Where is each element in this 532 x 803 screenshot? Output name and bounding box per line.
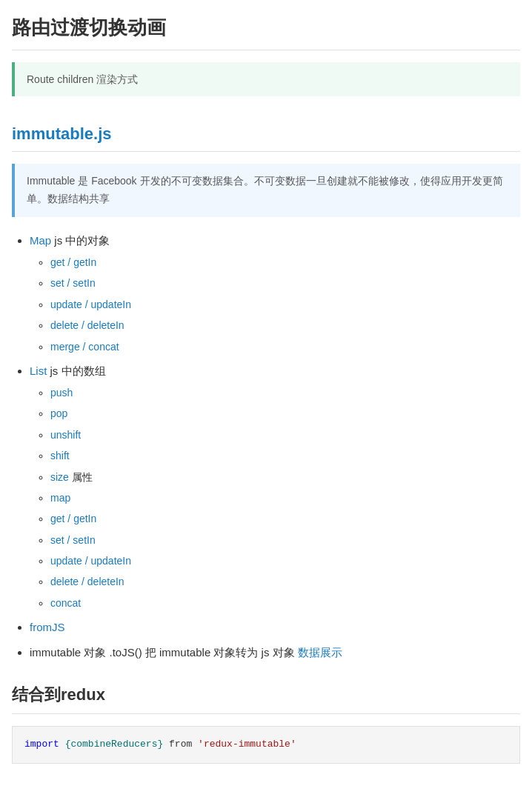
list-item-map-method: map: [50, 490, 520, 506]
list-item-tojs: immutable 对象 .toJS() 把 immutable 对象转为 js…: [30, 644, 520, 662]
link-concat[interactable]: concat: [50, 597, 81, 609]
link-fromjs[interactable]: fromJS: [30, 621, 65, 633]
page-title: 路由过渡切换动画: [12, 0, 520, 50]
tojs-label: immutable 对象 .toJS() 把 immutable 对象转为 js…: [30, 646, 298, 659]
list-item-list: List js 中的数组 push pop unshift shift size…: [30, 362, 520, 611]
link-set-setin[interactable]: set / setIn: [50, 277, 96, 289]
list-item-update-updatein-2: update / updateIn: [50, 553, 520, 569]
list-link[interactable]: List: [30, 364, 47, 377]
list-item-merge-concat: merge / concat: [50, 339, 520, 355]
link-set-setin-2[interactable]: set / setIn: [50, 534, 96, 546]
route-children-callout: Route children 渲染方式: [12, 62, 520, 96]
list-item-get-getin-2: get / getIn: [50, 510, 520, 527]
list-item-delete-deletein: delete / deleteIn: [50, 317, 520, 333]
link-unshift[interactable]: unshift: [50, 429, 81, 441]
list-item-push: push: [50, 384, 520, 401]
link-delete-deletein-2[interactable]: delete / deleteIn: [50, 576, 124, 587]
link-get-getin[interactable]: get / getIn: [50, 256, 96, 268]
list-item-shift: shift: [50, 447, 520, 464]
list-item-size: size 属性: [50, 469, 520, 485]
link-data-display[interactable]: 数据展示: [298, 646, 342, 659]
link-pop[interactable]: pop: [50, 407, 67, 419]
list-children-list: push pop unshift shift size 属性 map get /…: [30, 384, 520, 611]
link-update-updatein-2[interactable]: update / updateIn: [50, 555, 131, 567]
map-label-suffix: js 中的对象: [54, 234, 110, 247]
redux-section-title: 结合到redux: [12, 673, 520, 714]
list-item-fromjs: fromJS: [30, 619, 520, 636]
list-item-concat: concat: [50, 595, 520, 611]
import-name: {combineReducers}: [65, 739, 164, 750]
link-get-getin-2[interactable]: get / getIn: [50, 513, 96, 524]
size-suffix: 属性: [72, 471, 93, 483]
link-push[interactable]: push: [50, 387, 73, 399]
import-keyword: import: [24, 739, 59, 750]
immutable-section-title: immutable.js: [12, 114, 520, 152]
code-block: import {combineReducers} from 'redux-imm…: [12, 726, 520, 764]
list-item-set-setin-2: set / setIn: [50, 532, 520, 548]
list-item-delete-deletein-2: delete / deleteIn: [50, 573, 520, 590]
list-item-unshift: unshift: [50, 427, 520, 443]
link-update-updatein[interactable]: update / updateIn: [50, 299, 131, 310]
immutable-main-list: Map js 中的对象 get / getIn set / setIn upda…: [12, 232, 520, 662]
link-delete-deletein[interactable]: delete / deleteIn: [50, 319, 124, 331]
list-label-suffix: js 中的数组: [50, 364, 106, 377]
map-link[interactable]: Map: [30, 234, 51, 247]
link-merge-concat[interactable]: merge / concat: [50, 341, 119, 353]
list-item-set-setin: set / setIn: [50, 275, 520, 291]
import-string: 'redux-immutable': [198, 739, 296, 750]
map-children-list: get / getIn set / setIn update / updateI…: [30, 254, 520, 355]
from-keyword: from: [169, 739, 192, 750]
immutable-description-callout: Immutable 是 Facebook 开发的不可变数据集合。不可变数据一旦创…: [12, 164, 520, 217]
list-item-update-updatein: update / updateIn: [50, 296, 520, 313]
list-item-map: Map js 中的对象 get / getIn set / setIn upda…: [30, 232, 520, 355]
list-item-pop: pop: [50, 405, 520, 422]
link-shift[interactable]: shift: [50, 450, 70, 462]
link-map[interactable]: map: [50, 492, 70, 504]
link-size[interactable]: size: [50, 471, 69, 483]
list-item-get-getin: get / getIn: [50, 254, 520, 270]
